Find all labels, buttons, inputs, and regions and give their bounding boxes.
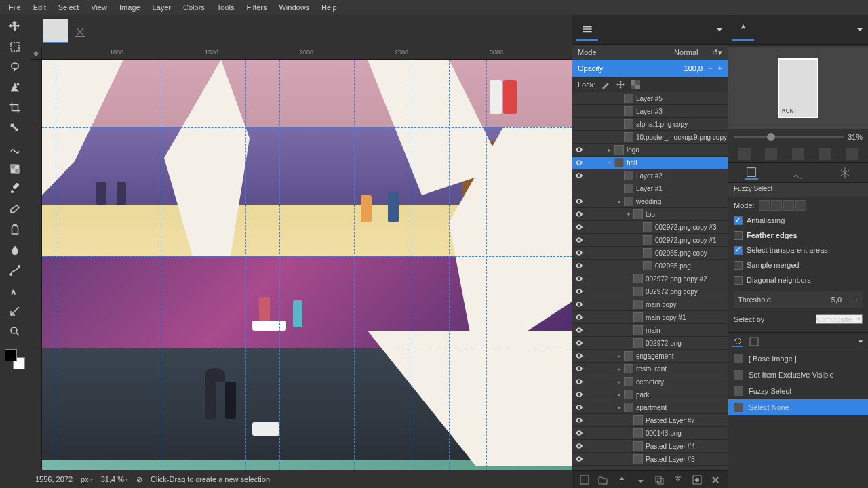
- layer-name[interactable]: 002972.png copy #3: [655, 224, 728, 231]
- zoom-out-icon[interactable]: [738, 148, 751, 160]
- layer-name[interactable]: Layer #5: [636, 95, 728, 102]
- color-swatches[interactable]: [3, 347, 27, 371]
- layer-row[interactable]: 002972.png copy #3: [572, 221, 728, 234]
- layer-name[interactable]: apartment: [636, 404, 728, 411]
- visibility-eye-icon[interactable]: [572, 313, 586, 321]
- move-tool[interactable]: [5, 18, 24, 35]
- canvas[interactable]: [42, 60, 572, 470]
- undo-history-item[interactable]: Set Item Exclusive Visible: [728, 367, 868, 383]
- zoom-slider[interactable]: [734, 136, 844, 138]
- layer-row[interactable]: Layer #2: [572, 169, 728, 182]
- image-tab-close[interactable]: [75, 26, 85, 37]
- layer-row[interactable]: Pasted Layer #5: [572, 453, 728, 466]
- layer-row[interactable]: main copy: [572, 298, 728, 311]
- layer-name[interactable]: 002965.png: [655, 262, 728, 270]
- undo-history-list[interactable]: [ Base Image ]Set Item Exclusive Visible…: [728, 350, 868, 488]
- visibility-eye-icon[interactable]: [572, 171, 586, 180]
- eraser-tool[interactable]: [5, 201, 24, 218]
- images-tab-icon[interactable]: [749, 336, 760, 347]
- layer-name[interactable]: 002972.png copy: [646, 288, 728, 296]
- layer-name[interactable]: Layer #2: [636, 172, 728, 180]
- menu-file[interactable]: File: [3, 1, 26, 14]
- layer-row[interactable]: 000143.png: [572, 427, 728, 440]
- antialiasing-checkbox[interactable]: [734, 216, 743, 225]
- status-unit-dropdown[interactable]: px: [81, 475, 93, 483]
- lower-layer-icon[interactable]: [635, 474, 646, 485]
- layer-name[interactable]: cemetery: [636, 378, 728, 386]
- visibility-eye-icon[interactable]: [572, 403, 586, 411]
- visibility-eye-icon[interactable]: [572, 287, 586, 296]
- layer-name[interactable]: park: [636, 391, 728, 399]
- layer-row[interactable]: 002965.png: [572, 260, 728, 272]
- layer-name[interactable]: main copy #1: [646, 314, 728, 321]
- lock-alpha-icon[interactable]: [631, 80, 640, 89]
- new-group-icon[interactable]: [597, 474, 608, 485]
- layer-name[interactable]: Layer #1: [636, 185, 728, 192]
- layer-row[interactable]: ▸restaurant: [572, 363, 728, 375]
- expand-toggle[interactable]: ▸: [614, 392, 624, 398]
- layer-name[interactable]: hall: [627, 159, 728, 167]
- select-by-dropdown[interactable]: Composite: [816, 314, 863, 324]
- layer-row[interactable]: 002972.png copy #1: [572, 234, 728, 247]
- layer-row[interactable]: 002965.png copy: [572, 247, 728, 260]
- expand-toggle[interactable]: ▾: [614, 405, 624, 411]
- expand-toggle[interactable]: ▸: [614, 353, 624, 359]
- paintbrush-tool[interactable]: [5, 180, 24, 198]
- expand-toggle[interactable]: ▾: [624, 211, 633, 218]
- warp-tool[interactable]: [5, 140, 24, 157]
- delete-layer-icon[interactable]: [710, 474, 721, 485]
- menu-edit[interactable]: Edit: [28, 1, 52, 14]
- layer-row[interactable]: 002972.png copy #2: [572, 272, 728, 285]
- layer-row[interactable]: Pasted Layer #7: [572, 414, 728, 427]
- layer-row[interactable]: 002972.png copy: [572, 285, 728, 298]
- undo-history-item[interactable]: Select None: [728, 399, 868, 415]
- panel-menu-icon[interactable]: [715, 26, 724, 34]
- bucket-fill-tool[interactable]: [5, 160, 24, 178]
- tool-options-tab-icon[interactable]: [745, 166, 758, 180]
- layer-row[interactable]: main copy #1: [572, 311, 728, 324]
- smudge-tool[interactable]: [5, 241, 24, 259]
- ruler-horizontal[interactable]: 10001500200025003000: [42, 47, 572, 60]
- layer-row[interactable]: 10.poster_mockup.9.png copy: [572, 131, 728, 144]
- layer-row[interactable]: main: [572, 324, 728, 337]
- layer-row[interactable]: alpha.1.png copy: [572, 118, 728, 131]
- mode-reset-icon[interactable]: ↺▾: [712, 48, 722, 57]
- menu-select[interactable]: Select: [53, 1, 85, 14]
- symmetry-tab-icon[interactable]: [838, 166, 852, 180]
- diagonal-checkbox[interactable]: [734, 276, 743, 285]
- measure-tool[interactable]: [5, 302, 24, 320]
- visibility-eye-icon[interactable]: [572, 390, 586, 399]
- layers-list[interactable]: Layer #5Layer #3alpha.1.png copy10.poste…: [572, 92, 728, 470]
- layer-name[interactable]: Pasted Layer #7: [646, 417, 728, 424]
- threshold-slider[interactable]: Threshold5,0−+: [734, 291, 863, 308]
- layer-name[interactable]: main copy: [646, 301, 728, 308]
- expand-toggle[interactable]: ▾: [614, 199, 624, 205]
- menu-tools[interactable]: Tools: [212, 1, 240, 14]
- lock-position-icon[interactable]: [616, 80, 625, 89]
- layer-row[interactable]: ▾hall: [572, 157, 728, 169]
- merge-down-icon[interactable]: [673, 474, 684, 485]
- selection-mode-buttons[interactable]: [759, 200, 806, 211]
- layer-name[interactable]: 002972.png copy #2: [646, 275, 728, 283]
- layer-name[interactable]: 002972.png copy #1: [655, 237, 728, 244]
- menu-filters[interactable]: Filters: [241, 1, 273, 14]
- layer-name[interactable]: Pasted Layer #5: [646, 455, 728, 463]
- layer-name[interactable]: 000143.png: [646, 430, 728, 437]
- transform-tool[interactable]: [5, 119, 24, 137]
- layer-row[interactable]: ▾apartment: [572, 401, 728, 414]
- free-select-tool[interactable]: [5, 58, 24, 76]
- duplicate-layer-icon[interactable]: [654, 474, 665, 485]
- layer-name[interactable]: top: [646, 211, 728, 218]
- layer-row[interactable]: 002972.png: [572, 337, 728, 350]
- status-zoom-dropdown[interactable]: 31,4 %: [101, 475, 128, 483]
- menu-view[interactable]: View: [85, 1, 113, 14]
- device-status-tab-icon[interactable]: [791, 166, 805, 180]
- clone-tool[interactable]: [5, 221, 24, 239]
- visibility-eye-icon[interactable]: [572, 146, 586, 154]
- image-tab-1[interactable]: [43, 19, 68, 43]
- layer-name[interactable]: Layer #3: [636, 108, 728, 115]
- zoom-1to1-icon[interactable]: [792, 148, 804, 160]
- layer-row[interactable]: Layer #1: [572, 182, 728, 195]
- visibility-eye-icon[interactable]: [572, 223, 586, 231]
- visibility-eye-icon[interactable]: [572, 262, 586, 270]
